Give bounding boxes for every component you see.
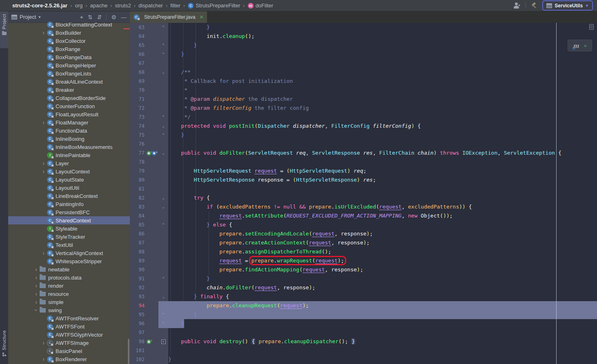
code-line[interactable]: 75⌃ }	[130, 131, 597, 140]
project-tree-item[interactable]: ›CBoxRenderer	[8, 355, 130, 363]
code-text[interactable]	[168, 59, 597, 68]
line-number[interactable]: 84	[130, 213, 146, 219]
code-line[interactable]: 88 prepare.assignDispatcherToThread();	[130, 247, 597, 256]
line-number[interactable]: 71	[130, 96, 146, 102]
chevron-right-icon[interactable]: ›	[33, 275, 40, 280]
code-text[interactable]: chain.doFilter(request, response);	[168, 283, 597, 292]
project-tree-item[interactable]: ›resource	[8, 290, 130, 298]
project-tree-item[interactable]: CBoxRangeHelper	[8, 61, 130, 69]
project-tree-item[interactable]: CBreaker	[8, 86, 130, 94]
code-line[interactable]: 98↑+ public void destroy() { prepare.cle…	[130, 337, 597, 346]
project-tree-item[interactable]: CCounterFunction	[8, 102, 130, 110]
code-editor[interactable]: 63⌃ }64 init.cleanup();65⌃ }66⌃ }6768⌄ /…	[130, 23, 597, 364]
code-line[interactable]: 79 HttpServletRequest request = (HttpSer…	[130, 166, 597, 175]
close-icon[interactable]: ✕	[584, 43, 587, 49]
project-tree-item[interactable]: ›CVerticalAlignContext	[8, 249, 130, 257]
line-number[interactable]: 72	[130, 105, 146, 111]
line-number[interactable]: 85	[130, 222, 146, 228]
line-number[interactable]: 96	[130, 321, 146, 326]
line-number[interactable]: 64	[130, 33, 146, 39]
code-line[interactable]: 80 HttpServletResponse response = (HttpS…	[130, 175, 597, 184]
code-line[interactable]: 97	[130, 328, 597, 337]
project-tree-item[interactable]: ›CLayoutContext	[8, 167, 130, 175]
fold-up-icon[interactable]: ⌃	[158, 274, 168, 283]
code-text[interactable]	[168, 158, 597, 166]
breadcrumb-item[interactable]: dispatcher	[138, 2, 163, 9]
code-text[interactable]: }	[168, 319, 597, 328]
chevron-down-icon[interactable]: ›	[33, 307, 39, 314]
project-tree-item[interactable]: CLineBreakContext	[8, 192, 130, 200]
project-tree-item[interactable]: CBoxRangeData	[8, 53, 130, 61]
line-number[interactable]: 83	[130, 204, 146, 210]
overrides-method-icon[interactable]: ↑	[147, 151, 151, 155]
is-overridden-icon[interactable]: ↓	[152, 151, 156, 155]
fold-up-icon[interactable]: ⌃	[158, 50, 168, 59]
project-tree-item[interactable]: IInlinePaintable	[8, 151, 130, 159]
code-text[interactable]: request = prepare.wrapRequest(request);	[168, 256, 597, 265]
code-line[interactable]: 63⌃ }	[130, 23, 597, 32]
breadcrumb-item[interactable]: mdoFilter	[248, 2, 273, 9]
tab-strutspreparefilter[interactable]: C StrutsPrepareFilter.java ✕	[130, 11, 207, 23]
project-tree-item[interactable]: CLayoutState	[8, 175, 130, 184]
code-line[interactable]: 78	[130, 158, 597, 166]
hide-panel-icon[interactable]: —	[121, 14, 127, 20]
code-text[interactable]: HttpServletResponse response = (HttpServ…	[168, 175, 597, 184]
project-tree-item[interactable]: CBoxRangeLists	[8, 69, 130, 78]
project-tree-item[interactable]: CLayoutUtil	[8, 184, 130, 192]
project-tree-item[interactable]: CWhitespaceStripper	[8, 257, 130, 265]
code-text[interactable]: }	[168, 131, 597, 140]
project-tree-item[interactable]: CInlineBoxMeasurements	[8, 143, 130, 151]
chevron-right-icon[interactable]: ›	[33, 299, 40, 305]
line-number[interactable]: 89	[130, 258, 146, 264]
line-number[interactable]: 93	[130, 294, 146, 300]
line-number[interactable]: 97	[130, 330, 146, 335]
project-tree-item[interactable]: CFloatLayoutResult	[8, 110, 130, 118]
line-number[interactable]: 86	[130, 231, 146, 237]
code-line[interactable]: 67	[130, 59, 597, 68]
project-tree-item[interactable]: CFunctionData	[8, 127, 130, 135]
breadcrumb-item[interactable]: filter	[170, 2, 180, 9]
project-tree-item[interactable]: CAWTFSGlyphVector	[8, 331, 130, 339]
code-line[interactable]: 73⌃ */	[130, 113, 597, 122]
code-text[interactable]: prepare.createActionContext(request, res…	[168, 238, 597, 247]
project-tree-item[interactable]: CBasicPanel	[8, 347, 130, 355]
collapse-all-icon[interactable]: ⇵	[97, 14, 102, 20]
project-tree-item[interactable]: ›CLayer	[8, 159, 130, 167]
line-number[interactable]: 101	[130, 348, 146, 353]
fold-up-icon[interactable]: ⌃	[158, 113, 168, 122]
fold-down-icon[interactable]: ⌄	[158, 202, 168, 211]
fold-down-icon[interactable]: ⌄	[158, 122, 168, 131]
code-text[interactable]: } finally {	[168, 292, 597, 301]
code-text[interactable]: prepare.setEncodingAndLocale(request, re…	[168, 229, 597, 238]
code-text[interactable]: try {	[168, 193, 597, 202]
project-tree-item[interactable]: ›render	[8, 282, 130, 290]
code-text[interactable]: * Callback for post initialization	[168, 77, 597, 86]
code-line[interactable]: 72 * @param filterConfig the filter conf…	[130, 104, 597, 113]
code-line[interactable]: 71 * @param dispatcher the dispatcher	[130, 95, 597, 104]
line-number[interactable]: 98	[130, 339, 146, 344]
build-hammer-icon[interactable]	[531, 2, 537, 9]
line-number[interactable]: 78	[130, 159, 146, 165]
code-line[interactable]: 76	[130, 140, 597, 149]
fold-up-icon[interactable]: ⌃	[158, 41, 168, 50]
code-line[interactable]: 81	[130, 184, 597, 193]
user-account-button[interactable]: ▼	[513, 2, 521, 9]
project-tree-item[interactable]: ›newtable	[8, 265, 130, 273]
project-tree-item[interactable]: ›swing	[8, 306, 130, 314]
breadcrumb-item[interactable]: org	[75, 2, 82, 9]
line-number[interactable]: 82	[130, 195, 146, 201]
line-number[interactable]: 90	[130, 267, 146, 273]
chevron-right-icon[interactable]: ›	[40, 250, 47, 256]
chevron-down-icon[interactable]: ▼	[38, 15, 41, 19]
project-tree-item[interactable]: CPaintingInfo	[8, 200, 130, 208]
fold-down-icon[interactable]: ⌄	[158, 292, 168, 301]
project-tree-item[interactable]: CTextUtil	[8, 241, 130, 249]
project-tree-item[interactable]: ›protocols.data	[8, 273, 130, 282]
fold-up-icon[interactable]: ⌃	[158, 310, 168, 319]
line-number[interactable]: 87	[130, 240, 146, 246]
code-line[interactable]: 68⌄ /**	[130, 68, 597, 77]
project-tree-item[interactable]: CBoxCollector	[8, 37, 130, 45]
chevron-right-icon[interactable]: ›	[33, 266, 40, 272]
line-number[interactable]: 76	[130, 141, 146, 147]
project-tree-item[interactable]: CAWTFontResolver	[8, 314, 130, 322]
